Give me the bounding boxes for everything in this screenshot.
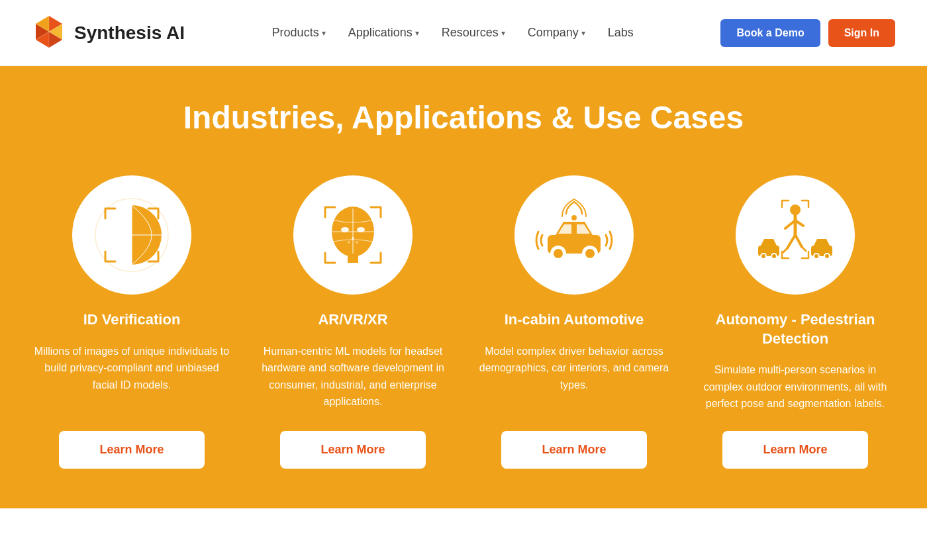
hero-title: Industries, Applications & Use Cases [183, 99, 744, 136]
nav-applications[interactable]: Applications ▾ [339, 21, 428, 45]
svg-point-38 [761, 254, 765, 258]
card-desc-ar-vr-xr: Human-centric ML models for headset hard… [253, 343, 453, 412]
cards-grid: ID Verification Millions of images of un… [32, 175, 895, 469]
svg-point-40 [772, 254, 776, 258]
svg-line-35 [802, 247, 806, 251]
svg-point-21 [356, 242, 358, 244]
hero-section: Industries, Applications & Use Cases [0, 66, 927, 508]
card-ar-vr-xr: AR/VR/XR Human-centric ML models for hea… [253, 175, 453, 469]
navbar: Synthesis AI Products ▾ Applications ▾ R… [0, 0, 927, 66]
svg-point-43 [814, 254, 818, 258]
card-id-verification: ID Verification Millions of images of un… [32, 175, 232, 469]
ar-vr-xr-icon [313, 195, 393, 275]
nav-links: Products ▾ Applications ▾ Resources ▾ Co… [263, 21, 643, 45]
learn-more-in-cabin[interactable]: Learn More [501, 431, 647, 469]
svg-point-26 [585, 249, 595, 258]
sign-in-button[interactable]: Sign In [828, 19, 895, 47]
nav-company[interactable]: Company ▾ [518, 21, 595, 45]
svg-point-20 [348, 242, 350, 244]
learn-more-autonomy[interactable]: Learn More [722, 431, 868, 469]
nav-labs[interactable]: Labs [599, 21, 643, 45]
logo-icon [32, 15, 66, 52]
card-desc-id-verification: Millions of images of unique individuals… [32, 343, 232, 412]
card-title-in-cabin: In-cabin Automotive [505, 310, 644, 330]
learn-more-ar-vr-xr[interactable]: Learn More [280, 431, 426, 469]
in-cabin-automotive-icon [534, 195, 614, 275]
svg-rect-14 [348, 254, 358, 263]
svg-point-17 [341, 227, 349, 232]
id-verification-icon [92, 195, 171, 275]
nav-products[interactable]: Products ▾ [263, 21, 335, 45]
card-title-id-verification: ID Verification [83, 310, 181, 330]
card-autonomy-pedestrian: Autonomy - Pedestrian Detection Simulate… [695, 175, 895, 469]
chevron-down-icon: ▾ [415, 28, 419, 38]
svg-line-33 [795, 235, 802, 247]
book-demo-button[interactable]: Book a Demo [720, 19, 820, 47]
card-title-autonomy: Autonomy - Pedestrian Detection [695, 310, 895, 348]
card-title-ar-vr-xr: AR/VR/XR [318, 310, 387, 330]
ar-vr-xr-icon-circle [293, 175, 413, 295]
svg-point-45 [825, 254, 829, 258]
chevron-down-icon: ▾ [581, 28, 585, 38]
svg-point-19 [352, 237, 354, 240]
brand-name: Synthesis AI [74, 23, 185, 44]
in-cabin-icon-circle [514, 175, 634, 295]
nav-buttons: Book a Demo Sign In [720, 19, 895, 47]
svg-line-32 [787, 235, 795, 248]
card-in-cabin-automotive: In-cabin Automotive Model complex driver… [474, 175, 674, 469]
svg-point-27 [571, 215, 577, 220]
chevron-down-icon: ▾ [322, 28, 326, 38]
learn-more-id-verification[interactable]: Learn More [59, 431, 205, 469]
autonomy-pedestrian-icon [756, 195, 835, 275]
brand-logo-link[interactable]: Synthesis AI [32, 15, 185, 52]
card-desc-in-cabin: Model complex driver behavior across dem… [474, 343, 674, 412]
svg-point-18 [357, 227, 365, 232]
svg-line-34 [783, 248, 787, 252]
autonomy-icon-circle [736, 175, 855, 295]
nav-resources[interactable]: Resources ▾ [432, 21, 514, 45]
id-verification-icon-circle [72, 175, 191, 295]
chevron-down-icon: ▾ [501, 28, 505, 38]
svg-point-24 [554, 249, 563, 258]
card-desc-autonomy: Simulate multi-person scenarios in compl… [695, 361, 895, 412]
